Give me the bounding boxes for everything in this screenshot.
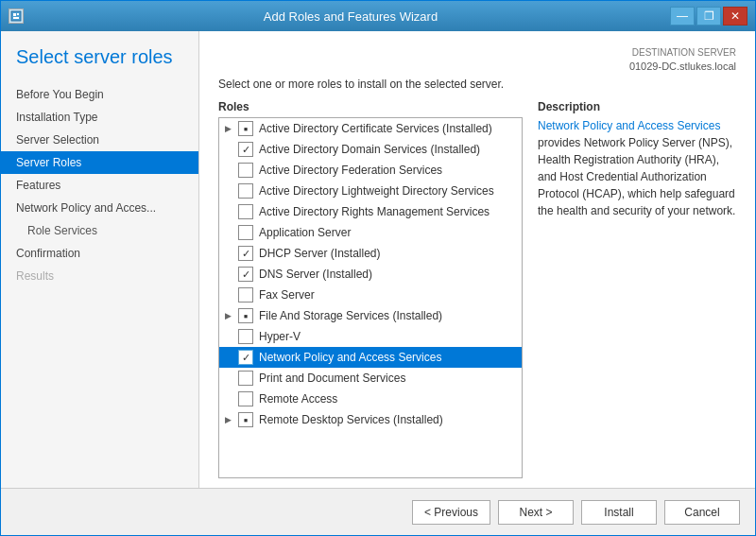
role-label-remote-access: Remote Access [259,392,516,406]
expand-arrow-file-storage: ▶ [225,311,238,320]
role-label-app-server: Application Server [259,226,516,239]
role-item-remote-desktop[interactable]: ▶Remote Desktop Services (Installed) [219,409,522,430]
checkbox-ad-domain[interactable] [238,142,253,157]
expand-arrow-remote-desktop: ▶ [225,415,238,424]
description-text: Network Policy and Access Services provi… [538,117,736,219]
sidebar-item-before[interactable]: Before You Begin [1,83,198,106]
roles-panel: Roles ▶Active Directory Certificate Serv… [218,100,523,478]
svg-rect-1 [13,13,16,16]
role-item-ad-domain[interactable]: Active Directory Domain Services (Instal… [219,139,522,160]
role-item-ad-fed[interactable]: Active Directory Federation Services [219,160,522,181]
checkbox-ad-light[interactable] [238,183,253,199]
role-item-ad-light[interactable]: Active Directory Lightweight Directory S… [219,181,522,201]
install-button[interactable]: Install [581,500,657,525]
role-label-fax: Fax Server [259,288,516,302]
role-item-ad-rights[interactable]: Active Directory Rights Management Servi… [219,201,522,222]
roles-list[interactable]: ▶Active Directory Certificate Services (… [218,117,523,478]
sidebar-item-role-services[interactable]: Role Services [1,219,198,242]
checkbox-ad-cert[interactable] [238,121,253,136]
next-button[interactable]: Next > [498,500,574,525]
role-item-print-doc[interactable]: Print and Document Services [219,368,522,389]
checkbox-hyper-v[interactable] [238,329,253,344]
role-label-ad-cert: Active Directory Certificate Services (I… [259,122,516,135]
checkbox-ad-rights[interactable] [238,204,253,219]
sidebar-item-confirmation[interactable]: Confirmation [1,242,198,265]
role-item-file-storage[interactable]: ▶File And Storage Services (Installed) [219,305,522,326]
role-label-remote-desktop: Remote Desktop Services (Installed) [259,413,516,426]
content-area: Select server roles Before You Begin Ins… [1,31,755,488]
checkbox-remote-desktop[interactable] [238,412,253,427]
checkbox-file-storage[interactable] [238,308,253,323]
window-title: Add Roles and Features Wizard [31,9,670,24]
svg-rect-3 [13,17,19,19]
app-icon [9,9,24,24]
minimize-button[interactable]: — [670,7,695,26]
sidebar-item-server-selection[interactable]: Server Selection [1,129,198,151]
titlebar: Add Roles and Features Wizard — ❐ ✕ [1,1,755,31]
main-window: Add Roles and Features Wizard — ❐ ✕ Sele… [0,0,756,536]
checkbox-app-server[interactable] [238,225,253,240]
desc-highlight: Network Policy and Access Services [538,119,720,132]
sidebar-item-results: Results [1,265,198,287]
role-item-dhcp[interactable]: DHCP Server (Installed) [219,243,522,264]
role-label-file-storage: File And Storage Services (Installed) [259,309,516,322]
sidebar-item-install-type[interactable]: Installation Type [1,106,198,129]
checkbox-remote-access[interactable] [238,391,253,406]
checkbox-ad-fed[interactable] [238,163,253,178]
sidebar-item-features[interactable]: Features [1,174,198,197]
role-label-hyper-v: Hyper-V [259,330,516,343]
role-item-npas[interactable]: Network Policy and Access Services [219,347,522,368]
sidebar-item-server-roles[interactable]: Server Roles [1,151,198,174]
destination-server-info: DESTINATION SERVER 01029-DC.stlukes.loca… [218,46,736,74]
desc-body: provides Network Policy Server (NPS), He… [538,136,735,217]
instruction-text: Select one or more roles to install on t… [218,78,736,91]
checkbox-npas[interactable] [238,350,253,365]
checkbox-fax[interactable] [238,287,253,303]
description-panel: Description Network Policy and Access Se… [538,100,736,478]
sidebar: Select server roles Before You Begin Ins… [1,31,199,488]
role-label-print-doc: Print and Document Services [259,372,516,385]
role-item-ad-cert[interactable]: ▶Active Directory Certificate Services (… [219,118,522,139]
role-item-app-server[interactable]: Application Server [219,222,522,243]
cancel-button[interactable]: Cancel [664,500,740,525]
role-item-fax[interactable]: Fax Server [219,285,522,305]
role-label-ad-domain: Active Directory Domain Services (Instal… [259,143,516,156]
role-item-dns[interactable]: DNS Server (Installed) [219,264,522,285]
checkbox-dhcp[interactable] [238,246,253,261]
role-label-dhcp: DHCP Server (Installed) [259,247,516,260]
sidebar-item-npas[interactable]: Network Policy and Acces... [1,197,198,219]
description-label: Description [538,100,736,113]
checkbox-print-doc[interactable] [238,371,253,386]
role-label-npas: Network Policy and Access Services [259,351,516,364]
role-item-remote-access[interactable]: Remote Access [219,389,522,409]
svg-rect-2 [17,13,19,15]
roles-desc-container: Roles ▶Active Directory Certificate Serv… [218,100,736,478]
footer: < Previous Next > Install Cancel [1,488,755,535]
dest-server-label: DESTINATION SERVER [218,46,736,60]
restore-button[interactable]: ❐ [696,7,721,26]
checkbox-dns[interactable] [238,267,253,282]
role-item-hyper-v[interactable]: Hyper-V [219,326,522,347]
sidebar-page-title: Select server roles [1,46,198,83]
role-label-ad-rights: Active Directory Rights Management Servi… [259,205,516,218]
role-label-ad-light: Active Directory Lightweight Directory S… [259,184,516,198]
close-button[interactable]: ✕ [723,7,747,26]
main-content: DESTINATION SERVER 01029-DC.stlukes.loca… [199,31,755,488]
role-label-ad-fed: Active Directory Federation Services [259,164,516,177]
window-controls: — ❐ ✕ [670,7,747,26]
role-label-dns: DNS Server (Installed) [259,268,516,281]
roles-label: Roles [218,100,523,113]
expand-arrow-ad-cert: ▶ [225,124,238,133]
dest-server-name: 01029-DC.stlukes.local [218,60,736,74]
previous-button[interactable]: < Previous [412,500,490,525]
